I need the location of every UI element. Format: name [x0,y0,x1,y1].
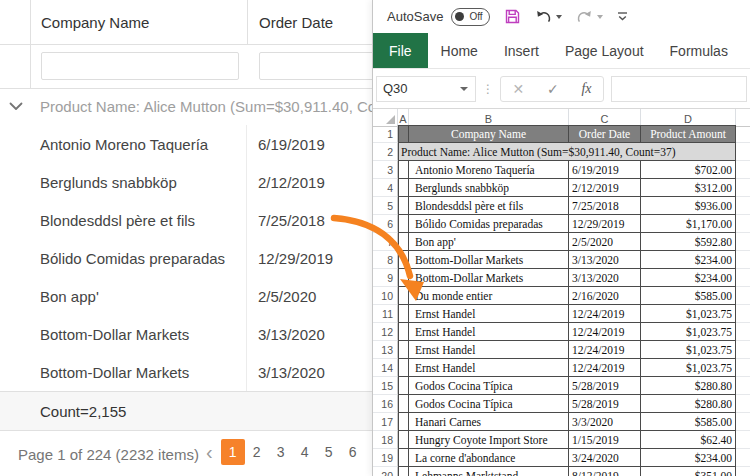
column-header-b[interactable]: B [409,109,569,126]
sheet-cell-date[interactable]: 2/16/2020 [569,287,641,305]
gridline-cell[interactable] [736,395,750,413]
row-header[interactable]: 17 [373,413,398,431]
row-header[interactable]: 18 [373,431,398,449]
gridline-cell[interactable] [736,377,750,395]
sheet-cell-company[interactable]: Bottom-Dollar Markets [409,251,569,269]
enter-icon[interactable]: ✓ [547,81,559,97]
ribbon-tab-file[interactable]: File [373,33,428,68]
formula-bar-grip[interactable]: ⋮ [482,84,494,94]
sheet-cell-date[interactable]: 7/25/2018 [569,197,641,215]
sheet-cell[interactable] [398,305,409,323]
sheet-cell-date[interactable]: 3/13/2020 [569,269,641,287]
select-all-button[interactable] [373,109,398,126]
ribbon-tab-page-layout[interactable]: Page Layout [552,33,657,68]
sheet-cell-amount[interactable]: $280.80 [641,377,736,395]
row-header[interactable]: 6 [373,215,398,233]
pager-page-3[interactable]: 3 [269,439,293,465]
column-header-a[interactable]: A [398,109,409,126]
sheet-cell-date[interactable]: 2/5/2020 [569,233,641,251]
pager-page-6[interactable]: 6 [341,439,365,465]
sheet-cell-company[interactable]: Bólido Comidas preparadas [409,215,569,233]
sheet-cell-amount[interactable]: $585.00 [641,413,736,431]
row-header[interactable]: 9 [373,269,398,287]
sheet-cell-amount[interactable]: $234.00 [641,269,736,287]
row-header[interactable]: 15 [373,377,398,395]
gridline-cell[interactable] [736,269,750,287]
autosave-toggle[interactable]: Off [451,8,489,26]
sheet-cell-amount[interactable]: $1,023.75 [641,359,736,377]
ribbon-tab-insert[interactable]: Insert [491,33,552,68]
gridline-cell[interactable] [736,197,750,215]
gridline-cell[interactable] [736,251,750,269]
gridline-cell[interactable] [736,323,750,341]
row-header[interactable]: 3 [373,161,398,179]
row-header[interactable]: 11 [373,305,398,323]
sheet-cell[interactable] [398,359,409,377]
sheet-cell-date[interactable]: 5/28/2019 [569,395,641,413]
gridline-cell[interactable] [736,413,750,431]
gridline-cell[interactable] [736,449,750,467]
sheet-cell[interactable] [398,431,409,449]
gridline-cell[interactable] [736,431,750,449]
sheet-cell-amount[interactable]: $234.00 [641,251,736,269]
pager-page-4[interactable]: 4 [293,439,317,465]
sheet-cell-amount[interactable]: $1,023.75 [641,341,736,359]
sheet-cell-header-date[interactable]: Order Date [569,125,641,143]
row-header[interactable]: 13 [373,341,398,359]
row-header[interactable]: 19 [373,449,398,467]
row-header[interactable]: 10 [373,287,398,305]
gridline-cell[interactable] [736,233,750,251]
sheet-cell-company[interactable]: Godos Cocina Típica [409,377,569,395]
sheet-cell-amount[interactable]: $280.80 [641,395,736,413]
sheet-cell[interactable] [398,179,409,197]
row-header[interactable]: 5 [373,197,398,215]
undo-dropdown-caret[interactable] [556,15,562,19]
column-header-d[interactable]: D [641,109,736,126]
gridline-cell[interactable] [736,467,750,476]
sheet-cell-company[interactable]: Hungry Coyote Import Store [409,431,569,449]
sheet-cell-header-amount[interactable]: Product Amount [641,125,736,143]
gridline-cell[interactable] [736,143,750,161]
sheet-cell-date[interactable]: 12/24/2019 [569,359,641,377]
sheet-cell-date[interactable]: 1/15/2019 [569,431,641,449]
sheet-cell-company[interactable]: Antonio Moreno Taquería [409,161,569,179]
column-header-c[interactable]: C [569,109,641,126]
sheet-cell-company[interactable]: Ernst Handel [409,341,569,359]
sheet-cell[interactable] [398,377,409,395]
sheet-cell[interactable] [398,287,409,305]
gridline-cell[interactable] [736,179,750,197]
ribbon-tab-home[interactable]: Home [428,33,491,68]
gridline-cell[interactable] [736,215,750,233]
sheet-cell[interactable] [398,323,409,341]
sheet-cell-company[interactable]: Ernst Handel [409,359,569,377]
sheet-cell[interactable] [398,269,409,287]
sheet-cell-company[interactable]: Ernst Handel [409,305,569,323]
customize-toolbar-button[interactable] [617,11,628,22]
sheet-cell[interactable] [398,449,409,467]
gridline-cell[interactable] [736,125,750,143]
sheet-cell-company[interactable]: Hanari Carnes [409,413,569,431]
row-header[interactable]: 4 [373,179,398,197]
row-header[interactable]: 2 [373,143,398,161]
sheet-cell[interactable] [398,413,409,431]
name-box-caret-icon[interactable] [460,87,468,91]
sheet-cell-date[interactable]: 12/24/2019 [569,341,641,359]
sheet-cell-company[interactable]: Blondesddsl père et fils [409,197,569,215]
insert-function-icon[interactable]: fx [581,81,591,97]
sheet-cell-group[interactable]: Product Name: Alice Mutton (Sum=$30,911.… [398,143,736,161]
chevron-down-icon[interactable] [9,102,23,111]
row-header[interactable]: 8 [373,251,398,269]
sheet-cell[interactable] [398,197,409,215]
sheet-cell-date[interactable]: 8/12/2019 [569,467,641,476]
pager-page-1[interactable]: 1 [221,439,245,465]
sheet-cell[interactable] [398,467,409,476]
row-header[interactable]: 1 [373,125,398,143]
sheet-cell-date[interactable]: 12/24/2019 [569,323,641,341]
save-button[interactable] [504,8,521,25]
column-header-company-name[interactable]: Company Name [31,0,248,44]
sheet-cell-company[interactable]: Berglunds snabbköp [409,179,569,197]
undo-button[interactable] [535,9,562,25]
sheet-cell-amount[interactable]: $936.00 [641,197,736,215]
sheet-cell[interactable] [398,161,409,179]
sheet-cell-date[interactable]: 3/24/2020 [569,449,641,467]
